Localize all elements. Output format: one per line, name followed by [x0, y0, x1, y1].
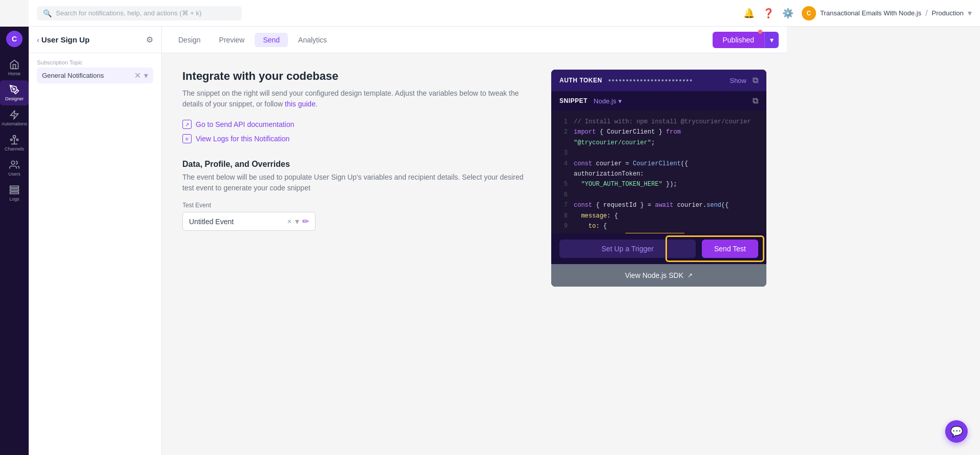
designer-icon: [9, 84, 19, 95]
sidebar-label-home: Home: [8, 71, 20, 76]
test-event-selector[interactable]: Untitled Event ✕ ▾ ✏: [182, 212, 316, 231]
chat-icon: 💬: [950, 425, 963, 438]
line-content: // Install with: npm install @trycourier…: [574, 117, 751, 127]
svg-rect-6: [10, 189, 19, 190]
sidebar-item-designer[interactable]: Designer: [0, 80, 29, 105]
line-content: const courier = CourierClient({ authoriz…: [574, 159, 758, 180]
avatar: C: [802, 6, 816, 20]
line-content: import { CourierClient } from "@trycouri…: [574, 127, 758, 148]
sidebar-item-logs[interactable]: Logs: [0, 181, 29, 206]
home-icon: [9, 59, 19, 70]
tab-send[interactable]: Send: [255, 33, 288, 47]
guide-link[interactable]: this guide.: [285, 100, 318, 108]
logs-link-icon: ≡: [182, 134, 192, 143]
chevron-test-icon[interactable]: ▾: [295, 216, 299, 226]
publish-controls: Published ▾: [713, 32, 779, 48]
language-label: Node.js: [594, 97, 616, 105]
code-line-6: 6: [559, 190, 758, 200]
svg-point-2: [11, 139, 12, 140]
clear-icon[interactable]: ✕: [134, 71, 141, 80]
notifications-icon[interactable]: 🔔: [743, 8, 755, 19]
copy-auth-icon[interactable]: ⧉: [753, 76, 758, 85]
published-dropdown-button[interactable]: ▾: [764, 32, 779, 48]
show-button[interactable]: Show: [729, 77, 746, 84]
send-test-button[interactable]: Send Test: [702, 240, 758, 258]
snippet-label: SNIPPET: [559, 97, 588, 104]
tab-design[interactable]: Design: [170, 33, 209, 47]
second-panel: ‹ User Sign Up ⚙ Subscription Topic Gene…: [29, 27, 162, 455]
code-line-3: 3: [559, 148, 758, 158]
users-icon: [9, 160, 19, 170]
main-area: Design Preview Send Analytics Published …: [162, 27, 787, 455]
set-trigger-button[interactable]: Set Up a Trigger: [559, 240, 696, 258]
subscription-value: General Notifications: [42, 72, 104, 79]
notification-title: User Sign Up: [41, 35, 90, 44]
sidebar-item-users[interactable]: Users: [0, 156, 29, 181]
channels-icon: [9, 135, 19, 145]
line-content: [574, 148, 577, 158]
subscription-section: Subscription Topic General Notifications…: [29, 53, 161, 90]
line-content: message: {: [574, 211, 618, 221]
svg-rect-7: [10, 192, 19, 193]
back-link[interactable]: ‹ User Sign Up: [37, 35, 90, 44]
snippet-header: SNIPPET Node.js ▾ ⧉: [551, 91, 766, 111]
svg-rect-5: [10, 186, 19, 188]
auth-label: AUTH TOKEN: [559, 77, 602, 84]
test-event-label: Test Event: [182, 202, 531, 209]
user-badge[interactable]: C Transactional Emails With Node.js / Pr…: [802, 6, 972, 20]
svg-point-3: [16, 139, 18, 140]
content-left: Integrate with your codebase The snippet…: [182, 70, 531, 439]
project-name: Transactional Emails With Node.js: [820, 9, 921, 17]
settings-icon[interactable]: ⚙️: [782, 8, 794, 19]
sidebar-label-channels: Channels: [5, 146, 24, 151]
edit-test-icon[interactable]: ✏: [302, 216, 309, 226]
svg-point-0: [13, 89, 15, 90]
line-num: 5: [559, 179, 568, 189]
search-icon: 🔍: [43, 9, 52, 17]
content-area: Integrate with your codebase The snippet…: [162, 53, 787, 455]
search-bar[interactable]: 🔍 Search for notifications, help, and ac…: [37, 6, 242, 20]
sidebar-label-designer: Designer: [5, 96, 24, 101]
back-arrow-icon: ‹: [37, 36, 39, 44]
logs-label: View Logs for this Notification: [196, 135, 289, 143]
published-button[interactable]: Published: [713, 32, 765, 48]
language-selector[interactable]: Node.js ▾: [594, 97, 622, 105]
sidebar-item-channels[interactable]: Channels: [0, 131, 29, 156]
sidebar-item-home[interactable]: Home: [0, 55, 29, 80]
test-event-value: Untitled Event: [189, 218, 283, 226]
copy-snippet-icon[interactable]: ⧉: [753, 96, 758, 105]
logo: C: [6, 31, 23, 47]
tab-analytics[interactable]: Analytics: [290, 33, 335, 47]
subscription-selector[interactable]: General Notifications ✕ ▾: [37, 68, 153, 83]
sidebar-item-automations[interactable]: Automations: [0, 105, 29, 131]
subscription-label: Subscription Topic: [37, 59, 153, 66]
separator: /: [925, 9, 927, 18]
sidebar-label-users: Users: [8, 171, 20, 177]
published-dot: [758, 30, 762, 34]
line-num: 8: [559, 211, 568, 221]
view-sdk-bar[interactable]: View Node.js SDK ↗: [551, 264, 766, 287]
settings-gear-icon[interactable]: ⚙: [146, 35, 153, 45]
help-icon[interactable]: ❓: [763, 8, 774, 19]
external-link-icon: ↗: [182, 120, 192, 129]
chat-bubble[interactable]: 💬: [945, 420, 968, 443]
code-block: 1 // Install with: npm install @trycouri…: [551, 111, 766, 233]
sidebar-label-logs: Logs: [9, 197, 19, 202]
tab-preview[interactable]: Preview: [211, 33, 253, 47]
chevron-down-icon[interactable]: ▾: [144, 71, 148, 80]
code-line-2: 2 import { CourierClient } from "@trycou…: [559, 127, 758, 148]
code-line-4: 4 const courier = CourierClient({ author…: [559, 159, 758, 180]
topbar-icons: 🔔 ❓ ⚙️ C Transactional Emails With Node.…: [743, 6, 972, 20]
section-description: The snippet on the right will send your …: [182, 88, 531, 110]
line-num: 7: [559, 200, 568, 210]
section-title: Integrate with your codebase: [182, 70, 531, 83]
logs-link[interactable]: ≡ View Logs for this Notification: [182, 134, 531, 143]
view-sdk-label: View Node.js SDK: [625, 271, 683, 279]
code-line-5: 5 "YOUR_AUTH_TOKEN_HERE" });: [559, 179, 758, 189]
clear-test-icon[interactable]: ✕: [287, 218, 292, 225]
data-section-desc: The event below will be used to populate…: [182, 172, 531, 193]
api-doc-link[interactable]: ↗ Go to Send API documentation: [182, 120, 531, 129]
data-section-title: Data, Profile, and Overrides: [182, 160, 531, 169]
external-link-icon-sdk: ↗: [687, 272, 693, 279]
code-line-7: 7 const { requestId } = await courier.se…: [559, 200, 758, 210]
